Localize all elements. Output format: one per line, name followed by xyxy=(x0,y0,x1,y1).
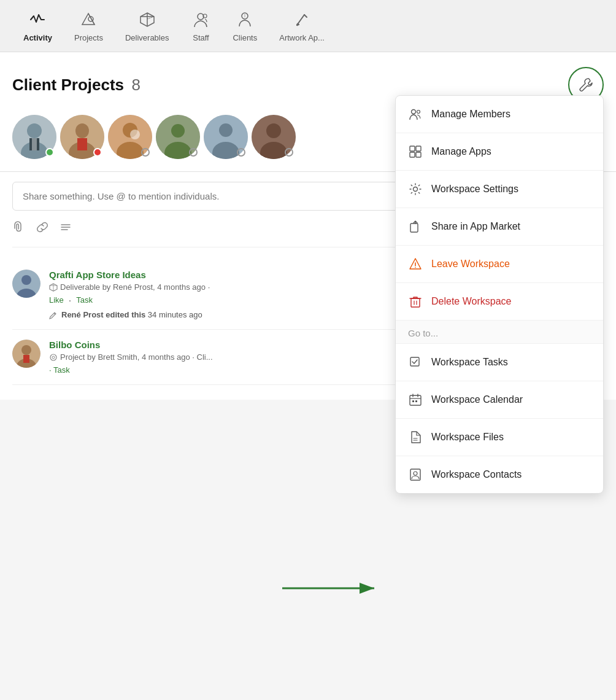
svg-point-22 xyxy=(219,123,233,137)
avatar-status-5 xyxy=(237,148,245,157)
page-title-area: Client Projects 8 xyxy=(12,76,141,95)
nav-item-clients[interactable]: Clients xyxy=(221,4,268,49)
dropdown-share-app-market[interactable]: Share in App Market xyxy=(396,208,603,246)
avatar-status-6 xyxy=(285,148,293,157)
share-app-market-label: Share in App Market xyxy=(431,221,520,232)
svg-point-41 xyxy=(412,110,416,114)
dropdown-workspace-tasks[interactable]: Workspace Tasks xyxy=(396,344,603,381)
wrench-icon xyxy=(578,77,594,93)
activity-meta-text-bilbo: Project by Brett Smith, 4 months ago · C… xyxy=(60,352,213,362)
manage-members-label: Manage Members xyxy=(431,109,510,120)
clients-icon xyxy=(235,10,255,29)
dropdown-delete-workspace[interactable]: Delete Workspace xyxy=(396,283,603,321)
deliverables-icon xyxy=(137,10,157,29)
svg-point-25 xyxy=(266,123,281,138)
workspace-files-label: Workspace Files xyxy=(431,432,504,443)
activity-task-bilbo[interactable]: · Task xyxy=(49,365,70,375)
svg-point-1 xyxy=(198,14,204,20)
svg-rect-52 xyxy=(411,298,420,307)
svg-rect-46 xyxy=(410,152,415,157)
activity-like-qrafti[interactable]: Like xyxy=(49,295,64,306)
nav-item-activity[interactable]: Activity xyxy=(12,4,63,49)
svg-rect-45 xyxy=(416,146,421,151)
svg-rect-57 xyxy=(410,395,421,405)
avatar-4[interactable] xyxy=(156,115,200,159)
avatar-status-2 xyxy=(93,148,102,157)
svg-rect-9 xyxy=(34,138,37,150)
manage-apps-label: Manage Apps xyxy=(431,146,491,157)
leave-workspace-label: Leave Workspace xyxy=(431,259,510,270)
checkbox-icon xyxy=(408,355,423,370)
avatar-6[interactable] xyxy=(252,115,296,159)
avatar-1[interactable] xyxy=(12,115,56,159)
svg-point-37 xyxy=(50,354,56,360)
dropdown-menu: Manage Members Manage Apps Workspace Set… xyxy=(395,95,604,494)
top-navigation: Activity Projects Deliverables xyxy=(0,0,616,52)
gear-icon xyxy=(408,182,423,196)
svg-point-66 xyxy=(414,472,417,475)
avatar-qrafti xyxy=(12,270,40,298)
dropdown-leave-workspace[interactable]: Leave Workspace xyxy=(396,246,603,283)
warning-icon xyxy=(408,257,423,271)
svg-point-42 xyxy=(417,111,420,114)
dropdown-manage-apps[interactable]: Manage Apps xyxy=(396,133,603,171)
svg-rect-13 xyxy=(77,138,87,150)
avatar-5[interactable] xyxy=(204,115,248,159)
nav-item-artwork[interactable]: Artwork Ap... xyxy=(268,4,336,49)
svg-rect-44 xyxy=(410,146,415,151)
activity-icon xyxy=(28,10,47,29)
link-icon[interactable] xyxy=(36,220,49,237)
avatar-2[interactable] xyxy=(60,115,104,159)
attachment-icon[interactable] xyxy=(12,220,26,237)
activity-dot-qrafti: · xyxy=(69,295,71,306)
contacts-icon xyxy=(408,467,423,482)
svg-point-19 xyxy=(171,124,185,138)
nav-item-staff[interactable]: Staff xyxy=(180,4,221,49)
delete-workspace-label: Delete Workspace xyxy=(431,296,511,307)
list-icon[interactable] xyxy=(59,220,72,237)
svg-point-38 xyxy=(52,356,55,359)
svg-point-51 xyxy=(415,267,416,268)
dropdown-workspace-contacts[interactable]: Workspace Contacts xyxy=(396,456,603,493)
svg-point-31 xyxy=(21,275,31,285)
nav-item-projects[interactable]: Projects xyxy=(63,4,114,49)
svg-point-17 xyxy=(130,130,140,139)
avatar-status-4 xyxy=(189,148,198,157)
dropdown-workspace-files[interactable]: Workspace Files xyxy=(396,419,603,456)
file-icon xyxy=(408,430,423,445)
svg-rect-47 xyxy=(416,152,421,157)
page-count: 8 xyxy=(132,76,141,94)
nav-label-deliverables: Deliverables xyxy=(125,33,169,42)
dropdown-manage-members[interactable]: Manage Members xyxy=(396,96,603,133)
svg-rect-61 xyxy=(412,400,414,402)
page-title: Client Projects xyxy=(12,76,124,94)
svg-point-5 xyxy=(27,123,42,138)
dropdown-workspace-settings[interactable]: Workspace Settings xyxy=(396,171,603,208)
svg-rect-8 xyxy=(32,138,34,150)
activity-task-qrafti[interactable]: Task xyxy=(76,295,93,306)
svg-point-48 xyxy=(414,187,418,192)
people-icon xyxy=(408,107,423,122)
svg-point-34 xyxy=(21,345,31,355)
nav-item-deliverables[interactable]: Deliverables xyxy=(114,4,180,49)
svg-point-11 xyxy=(75,123,89,138)
activity-meta-text-qrafti: Deliverable by René Prost, 4 months ago … xyxy=(60,282,210,292)
nav-label-artwork: Artwork Ap... xyxy=(279,33,325,42)
deliverable-icon xyxy=(49,283,58,292)
avatar-3[interactable] xyxy=(108,115,152,159)
project-icon xyxy=(49,353,58,362)
dropdown-workspace-calendar[interactable]: Workspace Calendar xyxy=(396,381,603,419)
svg-rect-36 xyxy=(23,355,29,363)
edit-icon xyxy=(49,311,58,319)
avatar-status-1 xyxy=(45,148,54,157)
calendar-icon xyxy=(408,392,423,407)
share-icon xyxy=(408,219,423,234)
avatar-status-3 xyxy=(141,148,150,157)
svg-rect-49 xyxy=(410,224,418,232)
goto-label: Go to... xyxy=(408,328,438,338)
workspace-contacts-label: Workspace Contacts xyxy=(431,469,522,480)
nav-label-activity: Activity xyxy=(23,33,52,42)
apps-icon xyxy=(408,144,423,159)
svg-rect-56 xyxy=(410,357,419,366)
artwork-icon xyxy=(292,10,312,29)
